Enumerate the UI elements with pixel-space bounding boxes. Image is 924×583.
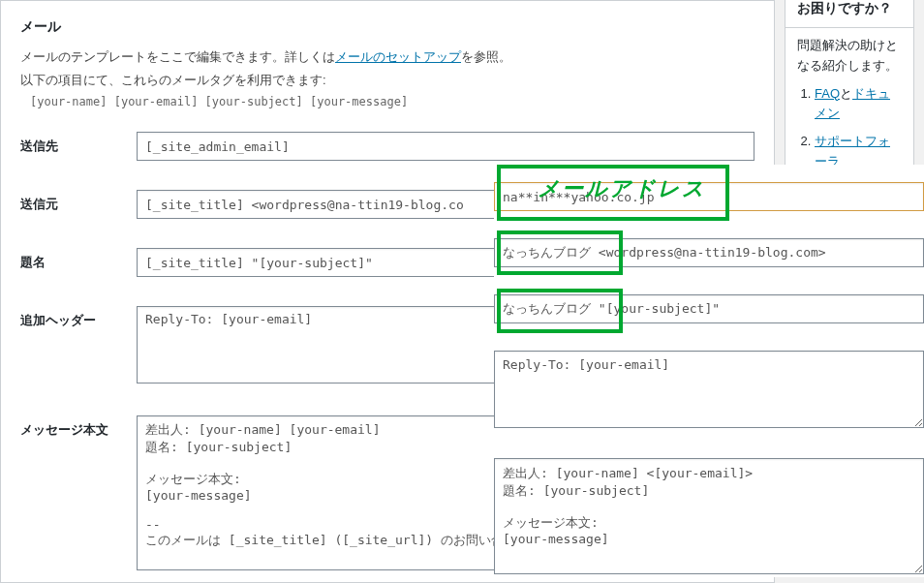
sidebar-help-title: お困りですか？ <box>785 0 913 28</box>
sidebar-help-desc: 問題解決の助けとなる紹介します。 <box>797 36 902 77</box>
label-to: 送信先 <box>20 132 137 155</box>
overlay-textarea-body[interactable] <box>494 458 924 574</box>
mail-setup-link[interactable]: メールのセットアップ <box>335 49 461 64</box>
overlay-textarea-headers[interactable] <box>494 351 924 428</box>
desc1-before: メールのテンプレートをここで編集できます。詳しくは <box>20 49 335 64</box>
input-to[interactable] <box>137 132 755 161</box>
label-subject: 題名 <box>20 248 137 271</box>
overlay-input-from[interactable] <box>494 238 924 267</box>
label-body: メッセージ本文 <box>20 415 137 439</box>
mail-tags-list: [your-name] [your-email] [your-subject] … <box>20 95 755 108</box>
overlay-panel <box>494 165 924 577</box>
desc1-after: を参照。 <box>461 49 511 64</box>
overlay-input-subject[interactable] <box>494 294 924 323</box>
label-from: 送信元 <box>20 190 137 213</box>
annotation-label-mailaddress: メールアドレス <box>538 174 706 203</box>
mail-desc-2: 以下の項目にて、これらのメールタグを利用できます: <box>20 71 755 90</box>
forum-link[interactable]: サポートフォーラ <box>815 134 890 169</box>
label-headers: 追加ヘッダー <box>20 306 137 329</box>
sidebar-item-faq-docs: FAQとドキュメン <box>815 84 902 125</box>
mail-section-title: メール <box>20 18 755 36</box>
mail-desc-1: メールのテンプレートをここで編集できます。詳しくはメールのセットアップを参照。 <box>20 47 755 67</box>
faq-link[interactable]: FAQ <box>815 86 840 101</box>
